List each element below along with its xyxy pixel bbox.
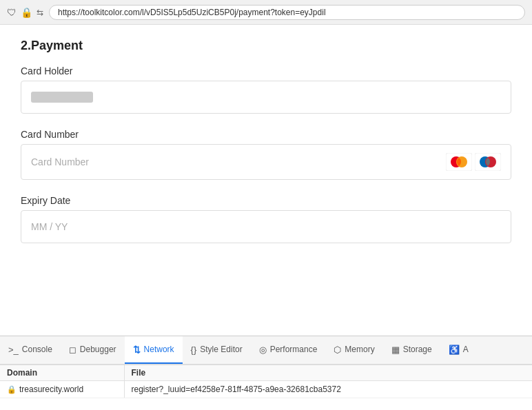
memory-icon: ⬡ bbox=[334, 345, 341, 355]
style-editor-icon: {} bbox=[191, 345, 197, 355]
tab-memory-label: Memory bbox=[345, 345, 374, 354]
performance-icon: ◎ bbox=[259, 345, 267, 355]
page-content: 2.Payment Card Holder Card Number Card N… bbox=[0, 25, 532, 336]
card-holder-group: Card Holder bbox=[21, 65, 511, 114]
tab-network[interactable]: ⇅ Network bbox=[125, 336, 183, 364]
tab-console[interactable]: >_ Console bbox=[0, 336, 61, 364]
card-holder-blurred-value bbox=[31, 92, 93, 103]
tab-storage[interactable]: ▦ Storage bbox=[383, 336, 440, 364]
tab-debugger[interactable]: ◻ Debugger bbox=[61, 336, 125, 364]
row-lock-icon: 🔒 bbox=[7, 385, 17, 394]
expiry-date-group: Expiry Date MM / YY bbox=[21, 195, 511, 243]
card-holder-input[interactable] bbox=[21, 81, 511, 114]
accessibility-icon: ♿ bbox=[449, 345, 460, 355]
tab-accessibility-label: A bbox=[463, 345, 469, 354]
tab-style-editor[interactable]: {} Style Editor bbox=[183, 336, 251, 364]
card-holder-label: Card Holder bbox=[21, 65, 511, 76]
tab-accessibility[interactable]: ♿ A bbox=[440, 336, 477, 364]
tracking-icon: ⇆ bbox=[37, 8, 43, 17]
bottom-panel: Domain File 🔒 treasurecity.world registe… bbox=[0, 365, 532, 389]
address-bar[interactable]: https://toolkitcolor.com/l/vD5IS5Lp5d5Uz… bbox=[49, 5, 525, 20]
lock-icon: 🔒 bbox=[21, 7, 32, 18]
card-number-label: Card Number bbox=[21, 129, 511, 140]
tab-console-label: Console bbox=[22, 345, 52, 354]
domain-value: treasurecity.world bbox=[19, 385, 83, 394]
tab-debugger-label: Debugger bbox=[80, 345, 116, 354]
network-table: Domain File 🔒 treasurecity.world registe… bbox=[0, 365, 532, 398]
table-row[interactable]: 🔒 treasurecity.world register?_luuid=ef4… bbox=[0, 381, 532, 398]
console-icon: >_ bbox=[8, 345, 19, 355]
storage-icon: ▦ bbox=[391, 345, 400, 355]
section-title: 2.Payment bbox=[21, 39, 511, 53]
tab-performance[interactable]: ◎ Performance bbox=[251, 336, 326, 364]
tab-storage-label: Storage bbox=[403, 345, 432, 354]
tab-performance-label: Performance bbox=[270, 345, 318, 354]
browser-security-icons: 🛡 🔒 ⇆ bbox=[7, 7, 43, 18]
domain-column-header: Domain bbox=[0, 365, 124, 381]
domain-cell: 🔒 treasurecity.world bbox=[0, 381, 124, 398]
file-column-header: File bbox=[124, 365, 532, 381]
shield-icon: 🛡 bbox=[7, 7, 17, 18]
card-number-placeholder: Card Number bbox=[31, 156, 89, 167]
tab-style-editor-label: Style Editor bbox=[200, 345, 242, 354]
card-brand-icons bbox=[446, 153, 501, 171]
card-number-input[interactable]: Card Number bbox=[21, 144, 511, 180]
tab-network-label: Network bbox=[144, 345, 174, 354]
network-icon: ⇅ bbox=[133, 345, 141, 355]
expiry-date-input[interactable]: MM / YY bbox=[21, 210, 511, 243]
mastercard-icon bbox=[446, 153, 472, 171]
debugger-icon: ◻ bbox=[69, 345, 76, 355]
expiry-date-label: Expiry Date bbox=[21, 195, 511, 206]
maestro-icon bbox=[475, 153, 501, 171]
expiry-date-placeholder: MM / YY bbox=[31, 221, 68, 232]
file-cell: register?_luuid=ef4258e7-81ff-4875-a9ea-… bbox=[124, 381, 532, 398]
browser-bar: 🛡 🔒 ⇆ https://toolkitcolor.com/l/vD5IS5L… bbox=[0, 0, 532, 25]
card-number-group: Card Number Card Number bbox=[21, 129, 511, 180]
tab-memory[interactable]: ⬡ Memory bbox=[325, 336, 382, 364]
devtools-toolbar: >_ Console ◻ Debugger ⇅ Network {} Style… bbox=[0, 336, 532, 365]
